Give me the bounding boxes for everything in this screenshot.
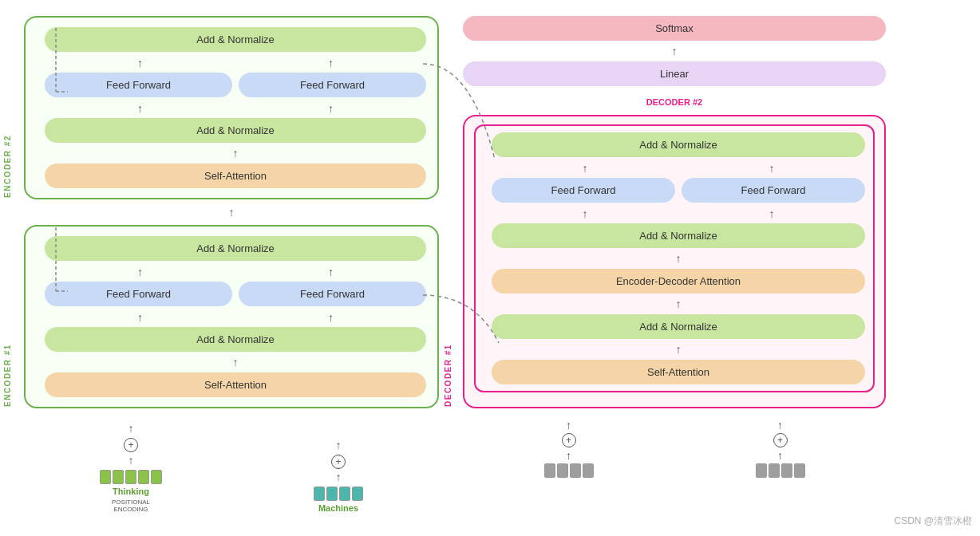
dec2-self-attention: Self-Attention (492, 360, 865, 384)
decoder-2-outer-label: DECODER #2 (463, 97, 886, 107)
encoder1-ff2: Feed Forward (239, 282, 426, 306)
encoder-block-2: ENCODER #2 Add & Normalize ↑↑ Feed Forwa… (24, 16, 439, 199)
encoder2-arrows-top: ↑↑ (45, 57, 426, 68)
encoder-plus-x2: + (331, 455, 346, 469)
encoder-embed-x1 (100, 470, 162, 484)
encoder-1-inner: Add & Normalize ↑↑ Feed Forward Feed For… (45, 236, 426, 397)
encoder-2-inner: Add & Normalize ↑↑ Feed Forward Feed For… (45, 27, 426, 188)
diagram-container: ENCODER #2 Add & Normalize ↑↑ Feed Forwa… (0, 0, 980, 536)
decoder-1-label: DECODER #1 (444, 116, 452, 407)
decoder-embed-2 (756, 463, 805, 478)
encoder2-ff-row: Feed Forward Feed Forward (45, 73, 426, 97)
encoder2-arrows-mid: ↑↑ (45, 102, 426, 113)
encoder1-ff-row: Feed Forward Feed Forward (45, 282, 426, 306)
encoder-input-x2: ↑ + ↑ Machines (314, 439, 363, 513)
dec2-ff1: Feed Forward (492, 178, 675, 203)
encoder1-ff1: Feed Forward (45, 282, 232, 306)
encoder2-self-attention: Self-Attention (45, 164, 426, 188)
dec2-add-norm-bot: Add & Normalize (492, 314, 865, 339)
encoder-1-label: ENCODER #1 (3, 227, 12, 407)
softmax-pill: Softmax (463, 16, 886, 41)
encoder2-add-norm-top: Add & Normalize (45, 27, 426, 52)
encoder1-add-norm-bot: Add & Normalize (45, 327, 426, 352)
encoder-input-section: ↑ + ↑ Thinking POSITIONAL ENCODING ↑ + ↑ (24, 423, 439, 513)
encoder-section: ENCODER #2 Add & Normalize ↑↑ Feed Forwa… (24, 16, 439, 513)
encoder1-arrows-top: ↑↑ (45, 266, 426, 277)
encoder-input-x1: ↑ + ↑ Thinking POSITIONAL ENCODING (100, 423, 162, 513)
encoder2-add-norm-bot: Add & Normalize (45, 118, 426, 143)
encoder-plus-x1: + (124, 438, 138, 452)
encoder-embed-x2 (314, 487, 363, 501)
encoder-2-label: ENCODER #2 (3, 18, 12, 198)
dec2-add-norm-mid: Add & Normalize (492, 223, 865, 248)
encoder1-self-attention: Self-Attention (45, 372, 426, 397)
decoder-plus-1: + (562, 433, 576, 447)
decoder-2-inner-block: Add & Normalize ↑↑ Feed Forward Feed For… (474, 124, 875, 392)
decoder-embed-1 (544, 463, 594, 478)
encoder1-arrows-mid: ↑↑ (45, 311, 426, 322)
decoder-plus-2: + (773, 433, 788, 447)
encoder1-add-norm-top: Add & Normalize (45, 236, 426, 261)
encoder-block-1: ENCODER #1 Add & Normalize ↑↑ Feed Forwa… (24, 225, 439, 408)
dec2-enc-dec-attention: Encoder-Decoder Attention (492, 269, 865, 294)
encoder2-arrow-sa: ↑ (45, 148, 426, 159)
decoder-input-1: ↑ + ↑ (544, 420, 594, 478)
decoder-block-outer: DECODER #1 Add & Normalize ↑↑ Feed Forwa… (463, 115, 886, 408)
encoder-x2-label: Machines (318, 503, 358, 513)
decoder-section: Softmax ↑ Linear DECODER #2 DECODER #1 A… (463, 16, 886, 478)
decoder-input-2: ↑ + ↑ (756, 420, 805, 478)
decoder-inputs: ↑ + ↑ ↑ + ↑ (463, 420, 886, 478)
encoder-inter-arrow: ↑ (24, 209, 439, 215)
linear-pill: Linear (463, 61, 886, 86)
linear-arrow: ↑ (463, 45, 886, 57)
decoder-output-items: Softmax ↑ Linear (463, 16, 886, 86)
watermark: CSDN @清雪冰橙 (894, 514, 972, 528)
encoder1-arrow-sa: ↑ (45, 357, 426, 368)
decoder-2-inner: Add & Normalize ↑↑ Feed Forward Feed For… (492, 132, 865, 384)
encoder-x1-label: Thinking (113, 487, 149, 496)
encoder2-ff2: Feed Forward (239, 73, 426, 97)
pos-encoding-label: POSITIONAL ENCODING (112, 499, 150, 513)
dec2-add-norm-top: Add & Normalize (492, 132, 865, 157)
dec2-ff2: Feed Forward (682, 178, 865, 203)
dec2-ff-row: Feed Forward Feed Forward (492, 178, 865, 203)
encoder2-ff1: Feed Forward (45, 73, 232, 97)
